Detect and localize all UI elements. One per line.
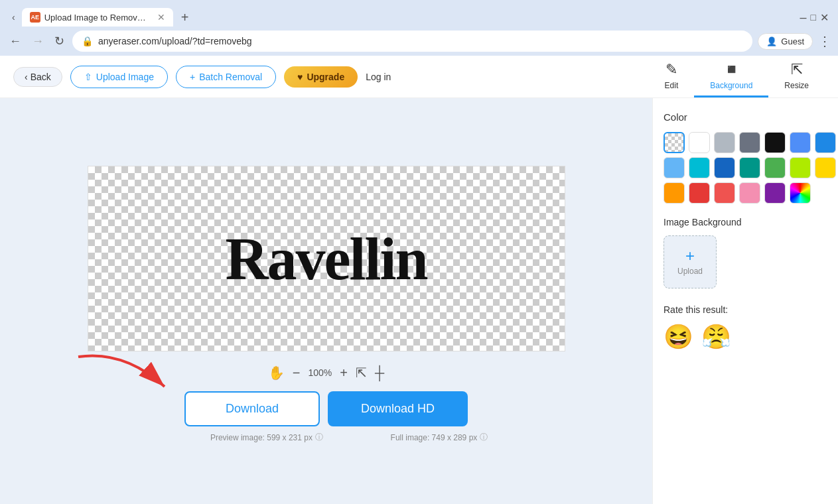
color-swatch-light-gray[interactable] (714, 132, 735, 153)
upload-bg-label: Upload (677, 267, 703, 276)
toolbar-right: ✎ Edit ◾ Background ⇱ Resize (649, 56, 825, 97)
color-label: Color (663, 111, 827, 123)
login-button[interactable]: Log in (366, 72, 391, 82)
color-swatch-light-red[interactable] (714, 182, 735, 204)
back-nav-btn[interactable]: ← (7, 32, 24, 51)
back-icon: ‹ (25, 72, 28, 82)
zoom-level: 100% (309, 367, 332, 378)
color-swatch-yellow[interactable] (815, 157, 836, 178)
color-swatch-purple[interactable] (764, 182, 786, 204)
pan-tool-btn[interactable]: ✋ (268, 365, 285, 381)
tab-close-icon[interactable]: ✕ (157, 12, 165, 23)
color-swatch-pink[interactable] (739, 182, 760, 204)
color-swatch-dark-blue[interactable] (714, 157, 735, 178)
tab-favicon: AE (30, 12, 40, 23)
color-grid (663, 132, 827, 204)
color-swatch-cyan[interactable] (689, 157, 710, 178)
color-swatch-green[interactable] (764, 157, 786, 178)
forward-nav-btn[interactable]: → (29, 32, 46, 51)
zoom-out-btn[interactable]: − (293, 365, 301, 381)
color-swatch-black[interactable] (764, 132, 786, 153)
canvas-area: Ravellin ✋ − 100% + ⇱ ┼ Download (0, 98, 652, 504)
right-panel: Color Image Background + Upload Rate thi… (652, 98, 838, 504)
tab-prev-btn[interactable]: ‹ (9, 9, 18, 25)
upload-image-button[interactable]: ⇧ Upload Image (70, 66, 168, 88)
image-bg-title: Image Background (663, 217, 827, 227)
minimize-btn[interactable]: – (800, 11, 807, 25)
profile-btn[interactable]: 👤 Guest (758, 33, 813, 50)
lock-icon: 🔒 (82, 36, 93, 46)
profile-icon: 👤 (766, 36, 777, 46)
download-hd-button[interactable]: Download HD (328, 391, 468, 426)
tab-resize[interactable]: ⇱ Resize (768, 56, 825, 97)
image-preview: Ravellin (88, 166, 565, 351)
full-info-icon: ⓘ (480, 432, 488, 443)
more-options-btn[interactable]: ⋮ (818, 33, 831, 49)
color-section: Color (663, 111, 827, 204)
zoom-in-btn[interactable]: + (340, 365, 348, 381)
color-swatch-light-blue[interactable] (663, 157, 685, 178)
resize-icon: ⇱ (791, 61, 803, 78)
close-btn[interactable]: ✕ (820, 11, 829, 24)
upload-icon: ⇧ (84, 72, 92, 82)
tab-edit[interactable]: ✎ Edit (649, 56, 695, 97)
heart-icon: ♥ (297, 72, 303, 82)
batch-removal-button[interactable]: + Batch Removal (176, 66, 276, 88)
color-swatch-white[interactable] (689, 132, 710, 153)
rate-title: Rate this result: (663, 304, 827, 315)
signature-display: Ravellin (225, 225, 427, 293)
color-swatch-blue[interactable] (790, 132, 811, 153)
preview-info-icon: ⓘ (315, 432, 323, 443)
image-background-section: Image Background + Upload (663, 217, 827, 288)
happy-emoji-btn[interactable]: 😆 (663, 323, 693, 351)
maximize-btn[interactable]: □ (811, 12, 816, 23)
profile-label: Guest (781, 36, 804, 46)
plus-upload-icon: + (685, 248, 695, 264)
edit-icon: ✎ (665, 61, 677, 78)
upload-background-btn[interactable]: + Upload (663, 235, 717, 288)
color-swatch-red[interactable] (689, 182, 710, 204)
preview-info: Preview image: 599 x 231 px (210, 433, 313, 442)
download-button[interactable]: Download (184, 391, 320, 426)
tab-background[interactable]: ◾ Background (694, 56, 768, 97)
back-button[interactable]: ‹ Back (13, 67, 62, 87)
color-swatch-yellow-green[interactable] (790, 157, 811, 178)
tab-title: Upload Image to Remove Bg (44, 13, 151, 23)
rate-section: Rate this result: 😆 😤 (663, 304, 827, 351)
angry-emoji-btn[interactable]: 😤 (701, 323, 731, 351)
color-swatch-gray[interactable] (739, 132, 760, 153)
color-swatch-teal[interactable] (739, 157, 760, 178)
fullscreen-btn[interactable]: ⇱ (356, 365, 367, 381)
background-icon: ◾ (723, 61, 740, 78)
color-swatch-transparent[interactable] (663, 132, 685, 153)
color-swatch-orange[interactable] (663, 182, 685, 204)
browser-tab[interactable]: AE Upload Image to Remove Bg ✕ (22, 8, 173, 27)
upgrade-button[interactable]: ♥ Upgrade (284, 66, 358, 88)
plus-icon: + (190, 72, 195, 82)
reload-btn[interactable]: ↻ (52, 31, 67, 51)
red-arrow (72, 350, 178, 403)
full-info: Full image: 749 x 289 px (391, 433, 478, 442)
app-header: ‹ Back ⇧ Upload Image + Batch Removal ♥ … (0, 56, 838, 98)
address-text: anyeraser.com/upload/?td=removebg (98, 36, 743, 46)
split-view-btn[interactable]: ┼ (375, 365, 384, 381)
color-swatch-blue2[interactable] (815, 132, 836, 153)
new-tab-btn[interactable]: + (177, 10, 193, 25)
color-swatch-rainbow[interactable] (790, 182, 811, 204)
